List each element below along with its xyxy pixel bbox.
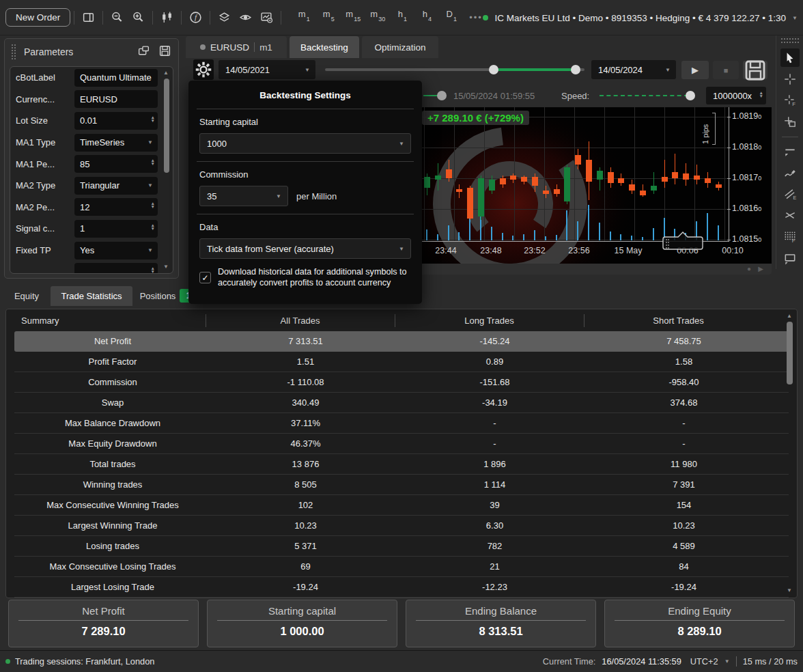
data-source-select[interactable]: Tick data from Server (accurate) ▼ [199, 238, 411, 259]
save-report-button[interactable] [743, 61, 767, 79]
table-row[interactable]: Max Balance Drawdown37.11%-- [14, 413, 789, 434]
timeframe-D1-button[interactable]: D1 [439, 9, 464, 27]
table-row[interactable]: Profit Factor1.510.891.58 [14, 352, 789, 372]
new-order-button[interactable]: New Order [5, 8, 70, 27]
play-indicator-icon[interactable]: ▶ [758, 265, 763, 272]
timezone-selector[interactable]: UTC+2 [690, 656, 718, 667]
fibonacci-icon[interactable]: F [780, 227, 800, 246]
freehand-draw-icon[interactable] [780, 163, 800, 182]
cursor-icon[interactable] [780, 48, 800, 67]
chart-type-icon[interactable] [158, 9, 176, 27]
stepper-arrows-icon[interactable]: ▲▼ [151, 266, 155, 273]
table-row[interactable]: Max Equity Drawdown46.37%-- [14, 434, 789, 454]
speed-slider[interactable] [600, 95, 688, 96]
table-row[interactable]: Losing trades5 3717824 589 [14, 536, 789, 557]
tab-optimization[interactable]: Optimization [362, 36, 438, 58]
backtest-settings-gear-button[interactable] [193, 59, 214, 80]
crosshair-target-icon[interactable] [780, 113, 800, 131]
scroll-up-icon[interactable]: ▲ [163, 70, 169, 76]
eye-icon[interactable] [236, 9, 255, 27]
parameter-text-input[interactable]: EURUSD [74, 90, 158, 108]
column-header[interactable]: Short Trades [584, 316, 773, 326]
trend-lines-icon[interactable] [780, 206, 800, 225]
account-selector[interactable]: IC Markets EU Ltd • Demo • 8919353 • Hed… [483, 0, 798, 36]
table-row[interactable]: Largest Losing Trade-19.24-12.23-19.24 [14, 577, 789, 598]
start-date-select[interactable]: 14/05/2021 ▼ [219, 60, 315, 79]
speed-handle[interactable] [686, 91, 695, 100]
column-header[interactable]: Long Trades [395, 316, 584, 326]
stop-button[interactable]: ■ [713, 61, 739, 79]
commission-select[interactable]: 35 ▼ [199, 186, 288, 206]
chart-settings-icon[interactable] [257, 9, 276, 27]
drag-handle-icon[interactable] [781, 38, 799, 43]
parameter-stepper[interactable]: ▲▼ [74, 263, 158, 274]
parameter-select[interactable]: Triangular▼ [74, 177, 158, 195]
table-row[interactable]: Max Consecutive Winning Trades10239154 [14, 495, 789, 516]
play-button[interactable]: ▶ [681, 61, 709, 79]
chart-scroll-widget[interactable] [660, 229, 705, 253]
scrollbar-thumb[interactable] [164, 79, 169, 173]
parameter-select[interactable]: Yes▼ [74, 242, 158, 260]
layers-icon[interactable] [215, 9, 234, 27]
scroll-up-icon[interactable]: ▲ [787, 313, 792, 319]
layout-icon[interactable] [79, 9, 98, 27]
parameter-select[interactable]: TimeSeries▼ [74, 134, 158, 152]
timeframe-h4-button[interactable]: h4 [414, 9, 439, 27]
zoom-in-icon[interactable] [129, 9, 147, 27]
stepper-arrows-icon[interactable]: ▲▼ [151, 201, 155, 208]
tab-symbol-chart[interactable]: EURUSD m1 [186, 36, 287, 58]
more-timeframes-button[interactable]: ••• [469, 12, 483, 23]
column-header[interactable]: All Trades [206, 316, 395, 326]
parameter-stepper[interactable]: 12▲▼ [74, 198, 158, 216]
table-row[interactable]: Total trades13 8761 89611 980 [14, 454, 789, 475]
drag-handle-icon[interactable] [12, 44, 16, 59]
stepper-arrows-icon[interactable]: ▲▼ [759, 91, 763, 98]
popout-icon[interactable] [137, 44, 150, 59]
tab-backtesting[interactable]: Backtesting [290, 36, 359, 58]
crosshair-icon[interactable] [780, 70, 800, 88]
zoom-out-icon[interactable] [108, 9, 126, 27]
parameter-stepper[interactable]: 0.01▲▼ [74, 112, 158, 130]
table-row[interactable]: Largest Winning Trade10.236.3010.23 [14, 516, 789, 536]
table-row[interactable]: Commission-1 110.08-151.68-958.40 [14, 372, 789, 393]
timeframe-m30-button[interactable]: m30 [365, 9, 390, 27]
end-date-select[interactable]: 14/05/2024 ▼ [591, 60, 676, 79]
speed-value-stepper[interactable]: 1000000x ▲▼ [706, 87, 766, 104]
table-row[interactable]: Winning trades8 5051 1147 391 [14, 475, 789, 495]
timeframe-m1-button[interactable]: m1 [292, 9, 316, 27]
stepper-arrows-icon[interactable]: ▲▼ [151, 158, 155, 165]
volume-bar [426, 229, 427, 240]
timeframe-m5-button[interactable]: m5 [316, 9, 341, 27]
scroll-down-icon[interactable]: ▼ [163, 264, 169, 270]
rectangle-icon[interactable] [780, 249, 800, 268]
timeframe-m15-button[interactable]: m15 [341, 9, 365, 27]
parameter-stepper[interactable]: 1▲▼ [74, 220, 158, 238]
pause-indicator-icon[interactable]: ● [747, 265, 751, 272]
parameter-stepper[interactable]: 85▲▼ [74, 155, 158, 173]
scroll-down-icon[interactable]: ▼ [787, 588, 792, 593]
horizontal-line-icon[interactable] [780, 142, 800, 160]
tab-equity[interactable]: Equity [5, 286, 48, 306]
timeframe-h1-button[interactable]: h1 [390, 9, 414, 27]
crosshair-f-icon[interactable]: F [780, 92, 800, 110]
column-header[interactable]: Summary [6, 316, 206, 326]
table-row[interactable]: Max Consecutive Losing Trades692184 [14, 557, 789, 577]
save-icon[interactable] [158, 44, 171, 59]
tab-trade-statistics[interactable]: Trade Statistics [51, 286, 132, 306]
backtest-chart[interactable]: 1.081901.081801.081701.081601.0815023:44… [420, 107, 772, 264]
scrollbar-thumb[interactable] [787, 322, 793, 384]
progress-handle[interactable] [437, 91, 447, 100]
download-data-checkbox[interactable]: ✓ [199, 272, 211, 283]
table-row[interactable]: Net Profit7 313.51-145.247 458.75 [14, 331, 789, 352]
equidistant-channel-icon[interactable]: E [780, 184, 800, 203]
tab-positions[interactable]: Positions [135, 286, 180, 306]
stepper-arrows-icon[interactable]: ▲▼ [151, 115, 155, 122]
table-row[interactable]: Swap340.49-34.19374.68 [14, 393, 789, 413]
starting-capital-select[interactable]: 1000 ▼ [199, 133, 411, 154]
stepper-arrows-icon[interactable]: ▲▼ [151, 223, 155, 230]
range-end-handle[interactable] [571, 65, 580, 74]
indicators-icon[interactable]: f [186, 9, 205, 27]
chart-plot[interactable]: 1.081901.081801.081701.081601.0815023:44… [420, 107, 772, 264]
parameter-text-input[interactable]: Quantum Ultimate [74, 69, 158, 87]
range-start-handle[interactable] [489, 65, 498, 74]
